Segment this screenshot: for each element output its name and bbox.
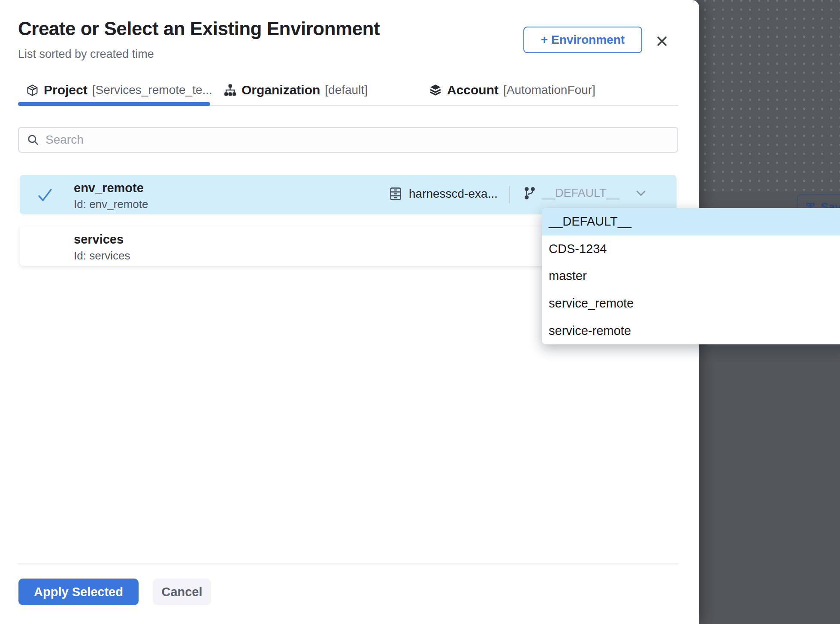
chevron-down-icon <box>636 190 646 196</box>
screen: { "colors": { "accent_blue": "#3B76DC", … <box>0 0 840 624</box>
dropdown-item-master[interactable]: master <box>542 262 840 290</box>
dropdown-item-default[interactable]: __DEFAULT__ <box>542 208 840 235</box>
repository-icon <box>388 186 403 202</box>
close-icon[interactable] <box>655 34 669 48</box>
tab-organization[interactable]: Organization [default] <box>224 81 368 99</box>
environment-id: Id: services <box>74 249 130 262</box>
active-tab-underline <box>18 102 210 106</box>
search-box <box>18 127 678 153</box>
tab-project-scope: [Services_remote_te... <box>92 83 212 97</box>
cancel-button[interactable]: Cancel <box>153 579 211 605</box>
canvas-dot-grid <box>686 0 840 192</box>
tab-account-label: Account <box>447 83 499 97</box>
new-environment-button[interactable]: + Environment <box>523 27 642 53</box>
dropdown-item-cds-1234[interactable]: CDS-1234 <box>542 235 840 263</box>
tab-project[interactable]: Project [Services_remote_te... <box>26 81 212 99</box>
tab-organization-label: Organization <box>242 83 320 97</box>
search-input[interactable] <box>45 133 677 147</box>
git-branch-icon <box>523 186 537 200</box>
repo-name: harnesscd-exa... <box>409 187 498 201</box>
branch-dropdown-menu: __DEFAULT__ CDS-1234 master service_remo… <box>542 208 840 344</box>
check-icon <box>36 186 54 204</box>
tab-organization-scope: [default] <box>325 83 368 97</box>
page-title: Create or Select an Existing Environment <box>18 18 380 39</box>
vertical-divider <box>509 186 510 203</box>
new-environment-button-label: + Environment <box>541 33 625 47</box>
footer-divider <box>18 564 678 564</box>
apply-selected-button[interactable]: Apply Selected <box>18 579 139 605</box>
search-icon <box>27 133 39 146</box>
dropdown-item-service-remote-underscore[interactable]: service_remote <box>542 290 840 317</box>
environment-id: Id: env_remote <box>74 198 148 211</box>
layers-icon <box>429 83 442 97</box>
repo-chip[interactable]: harnesscd-exa... <box>388 186 498 202</box>
branch-select-value: __DEFAULT__ <box>542 187 630 200</box>
environment-name: services <box>74 232 124 247</box>
cube-icon <box>26 84 39 97</box>
sitemap-icon <box>224 84 237 97</box>
tab-account[interactable]: Account [AutomationFour] <box>429 81 595 99</box>
environment-name: env_remote <box>74 181 144 195</box>
branch-select[interactable]: __DEFAULT__ <box>523 186 646 200</box>
tab-project-label: Project <box>44 83 88 97</box>
sort-hint: List sorted by created time <box>18 48 154 61</box>
dropdown-item-service-remote-dash[interactable]: service-remote <box>542 317 840 344</box>
tab-account-scope: [AutomationFour] <box>503 83 595 97</box>
